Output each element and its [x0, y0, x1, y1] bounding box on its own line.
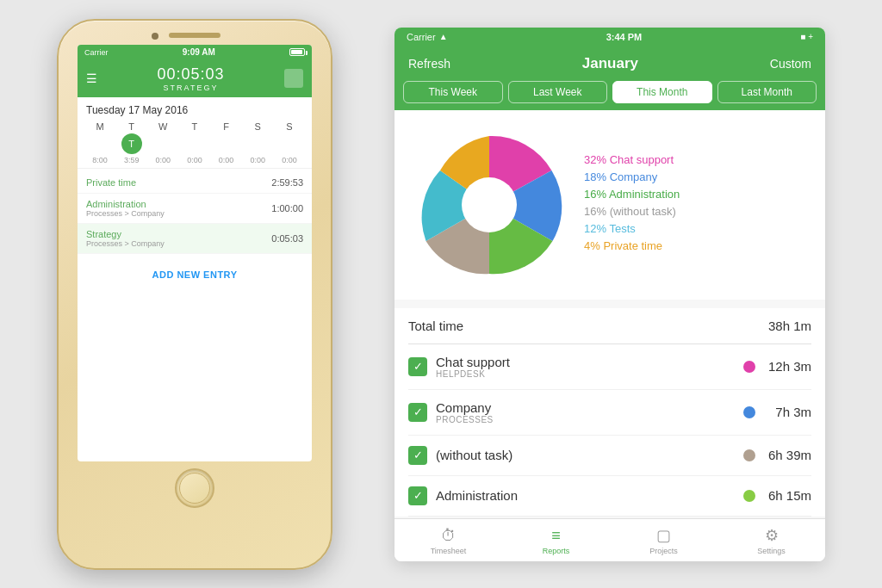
phone-speaker	[169, 33, 220, 38]
day-letter-t2: T	[192, 121, 198, 132]
day-monday[interactable]: M 8:00	[86, 121, 114, 164]
stat-time-company: 7h 3m	[764, 405, 811, 419]
entry-sub-admin: Processes > Company	[86, 209, 165, 218]
chart-section: 32% Chat support 18% Company 16% Adminis…	[394, 110, 825, 300]
refresh-button[interactable]: Refresh	[408, 57, 450, 71]
projects-icon: ▢	[656, 526, 671, 545]
stat-row-company[interactable]: ✓ Company PROCESSES 7h 3m	[408, 390, 811, 436]
day-saturday[interactable]: S 0:00	[244, 121, 271, 164]
legend-private-time: 4% Private time	[584, 239, 808, 252]
day-letter-m: M	[96, 121, 103, 132]
stat-name-notask: (without task)	[436, 448, 735, 462]
day-circle-s2	[279, 133, 300, 154]
ipad-panel: Carrier ▲ 3:44 PM ■ + Refresh January Cu…	[394, 28, 825, 561]
entry-sub-strategy: Processes > Company	[86, 239, 165, 248]
hamburger-icon[interactable]: ☰	[86, 71, 97, 85]
day-circle-w	[152, 133, 173, 154]
day-circle-s1	[247, 133, 268, 154]
entry-time-strategy: 0:05:03	[271, 233, 303, 244]
day-sunday[interactable]: S 0:00	[276, 121, 303, 164]
day-friday[interactable]: F 0:00	[213, 121, 240, 164]
day-time-t2: 0:00	[187, 156, 202, 164]
battery-status: ■ +	[800, 32, 813, 41]
entry-strategy[interactable]: Strategy Processes > Company 0:05:03	[78, 224, 312, 254]
stat-row-chat[interactable]: ✓ Chat support HELPDESK 12h 3m	[408, 344, 811, 390]
stat-check-company: ✓	[408, 403, 427, 422]
bottom-tab-reports[interactable]: ≡ Reports	[502, 524, 610, 558]
phone-mockup: Carrier 9:09 AM ☰ 00:05:03 STRATEGY	[57, 19, 332, 570]
timer-header: ☰ 00:05:03 STRATEGY	[78, 60, 312, 97]
day-letter-s1: S	[255, 121, 261, 132]
day-letter-s2: S	[286, 121, 292, 132]
stat-time-chat: 12h 3m	[764, 359, 811, 374]
day-circle-t1: T	[121, 133, 142, 154]
day-thursday[interactable]: T 0:00	[181, 121, 208, 164]
stat-check-admin: ✓	[408, 486, 427, 505]
entry-name-admin: Administration	[86, 199, 165, 209]
stat-info-chat: Chat support HELPDESK	[436, 355, 735, 379]
stat-dot-chat	[743, 361, 755, 373]
home-button[interactable]	[175, 468, 214, 508]
add-entry-button[interactable]: ADD NEW ENTRY	[152, 269, 238, 280]
custom-button[interactable]: Custom	[770, 57, 811, 71]
pie-svg	[412, 127, 567, 282]
ipad-carrier: Carrier ▲	[407, 32, 448, 42]
stat-check-notask: ✓	[408, 446, 427, 465]
bottom-tab-settings[interactable]: ⚙ Settings	[717, 524, 825, 558]
bottom-tab-timesheet[interactable]: ⏱ Timesheet	[394, 524, 502, 558]
content-area: 32% Chat support 18% Company 16% Adminis…	[394, 110, 825, 518]
settings-label: Settings	[757, 547, 786, 555]
day-wednesday[interactable]: W 0:00	[149, 121, 177, 164]
stat-time-notask: 6h 39m	[764, 448, 811, 462]
projects-label: Projects	[649, 547, 678, 555]
nav-bar: Refresh January Custom	[394, 46, 825, 81]
tab-last-month[interactable]: Last Month	[717, 81, 817, 103]
total-row: Total time 38h 1m	[408, 308, 811, 344]
add-entry-section: ADD NEW ENTRY	[78, 257, 312, 290]
stat-dot-company	[743, 406, 755, 418]
entry-private-time[interactable]: Private time 2:59:53	[78, 172, 312, 194]
phone-camera	[152, 33, 158, 40]
date-section: Tuesday 17 May 2016 M 8:00 T T 3:59	[78, 97, 312, 169]
timer-display: 00:05:03	[157, 65, 224, 84]
legend-administration: 16% Administration	[584, 188, 808, 201]
stat-info-admin: Administration	[436, 488, 735, 503]
stat-sub-chat: HELPDESK	[436, 369, 735, 379]
stats-section: Total time 38h 1m ✓ Chat support HELPDES…	[394, 308, 825, 517]
timer-task-label: STRATEGY	[157, 84, 224, 92]
day-circle-f	[216, 133, 237, 154]
legend-tests: 12% Tests	[584, 222, 808, 235]
bottom-tab-bar: ⏱ Timesheet ≡ Reports ▢ Projects ⚙ Setti…	[394, 518, 825, 561]
day-time-m: 8:00	[92, 156, 108, 164]
nav-title: January	[582, 55, 638, 72]
legend-company: 18% Company	[584, 170, 808, 183]
day-time-s2: 0:00	[282, 156, 297, 164]
day-letter-t1: T	[128, 121, 134, 132]
stat-row-notask[interactable]: ✓ (without task) 6h 39m	[408, 436, 811, 476]
tab-last-week[interactable]: Last Week	[508, 81, 608, 103]
entry-name-strategy: Strategy	[86, 229, 165, 239]
ipad-carrier-label: Carrier	[407, 32, 436, 42]
day-letter-f: F	[223, 121, 229, 132]
day-letter-w: W	[158, 121, 167, 132]
battery-icon	[289, 48, 305, 56]
pie-chart	[412, 127, 567, 282]
day-tuesday[interactable]: T T 3:59	[118, 121, 146, 164]
timer-stop-button[interactable]	[284, 69, 303, 88]
chart-legend: 32% Chat support 18% Company 16% Adminis…	[584, 153, 808, 257]
settings-icon: ⚙	[765, 526, 779, 545]
entry-administration[interactable]: Administration Processes > Company 1:00:…	[78, 194, 312, 224]
tab-this-week[interactable]: This Week	[403, 81, 503, 103]
status-time: 9:09 AM	[183, 47, 215, 57]
entry-name-private: Private time	[86, 177, 136, 188]
period-tab-bar: This Week Last Week This Month Last Mont…	[394, 81, 825, 110]
day-circle-t2	[184, 133, 205, 154]
day-time-s1: 0:00	[251, 156, 266, 164]
bottom-tab-projects[interactable]: ▢ Projects	[610, 524, 717, 558]
day-time-t1: 3:59	[124, 156, 140, 164]
tab-this-month[interactable]: This Month	[612, 81, 712, 103]
total-label: Total time	[408, 319, 463, 333]
total-value: 38h 1m	[768, 319, 811, 333]
stat-dot-notask	[743, 449, 755, 461]
stat-row-admin[interactable]: ✓ Administration 6h 15m	[408, 476, 811, 517]
